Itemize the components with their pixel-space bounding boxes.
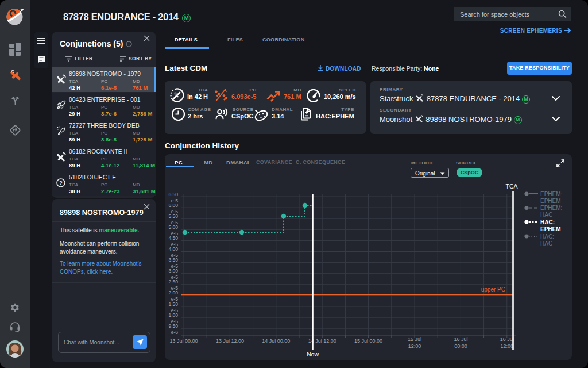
svg-text:15 Jul: 15 Jul <box>408 336 421 342</box>
svg-text:13 Jul 00:00: 13 Jul 00:00 <box>169 338 198 344</box>
svg-text:14 Jul 00:00: 14 Jul 00:00 <box>262 338 290 344</box>
svg-text:4.50: 4.50 <box>168 235 178 241</box>
svg-text:HAC:: HAC: <box>540 219 555 225</box>
svg-text:e-6: e-6 <box>171 329 179 335</box>
svg-text:1.00: 1.00 <box>168 312 178 318</box>
svg-text:6.00: 6.00 <box>168 202 178 208</box>
svg-text:16 Jul: 16 Jul <box>500 336 514 342</box>
svg-text:5.50: 5.50 <box>168 213 178 219</box>
svg-text:5.00: 5.00 <box>168 224 178 230</box>
svg-text:EPHEM:: EPHEM: <box>540 191 562 197</box>
svg-text:3.00: 3.00 <box>168 268 178 274</box>
svg-text:4.00: 4.00 <box>168 246 178 252</box>
svg-text:00:00: 00:00 <box>454 343 467 349</box>
svg-text:9.50: 9.50 <box>168 323 178 329</box>
svg-text:15 Jul 00:00: 15 Jul 00:00 <box>354 338 382 344</box>
svg-text:EPHEM:: EPHEM: <box>540 205 562 211</box>
svg-text:EPHEM: EPHEM <box>540 198 561 204</box>
svg-text:2.00: 2.00 <box>168 290 178 296</box>
svg-text:HAC: HAC <box>540 212 552 218</box>
svg-text:EPHEM: EPHEM <box>540 226 561 232</box>
svg-text:TCA: TCA <box>506 183 518 190</box>
svg-text:?: ? <box>59 179 63 186</box>
svg-text:1.50: 1.50 <box>168 301 178 307</box>
svg-text:HAC:: HAC: <box>540 233 554 240</box>
svg-text:Now: Now <box>307 351 319 358</box>
svg-text:6.50: 6.50 <box>168 191 178 197</box>
svg-text:2.50: 2.50 <box>168 279 178 285</box>
svg-text:16 Jul: 16 Jul <box>454 336 467 342</box>
svg-text:12:00: 12:00 <box>501 343 514 349</box>
svg-text:upper PC: upper PC <box>481 286 505 293</box>
svg-text:13 Jul 12:00: 13 Jul 12:00 <box>216 338 244 344</box>
svg-text:3.50: 3.50 <box>168 257 178 263</box>
svg-text:HAC: HAC <box>540 240 552 247</box>
svg-text:12:00: 12:00 <box>408 343 421 349</box>
